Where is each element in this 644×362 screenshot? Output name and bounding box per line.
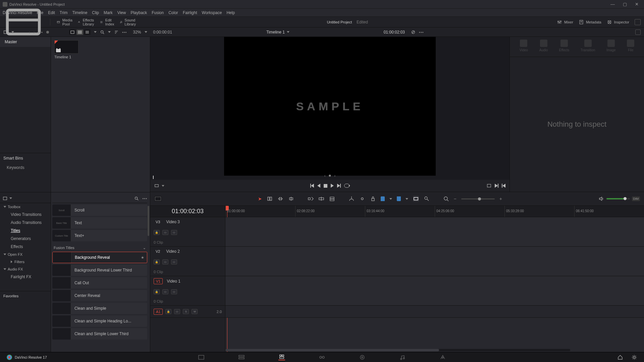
lock-track-icon[interactable]: 🔒 — [154, 289, 160, 294]
video-track-header[interactable]: V3Video 3 🔒▭▭ 0 Clip — [150, 217, 225, 247]
video-track-lane[interactable] — [225, 217, 644, 247]
auto-select-icon[interactable]: ▭ — [162, 230, 168, 235]
maximize-button[interactable]: ▢ — [623, 2, 627, 7]
cut-page-icon[interactable] — [238, 354, 245, 360]
audio-track-lane[interactable] — [225, 306, 644, 318]
audio-transitions-node[interactable]: Audio Transitions — [0, 219, 51, 227]
link-icon[interactable] — [359, 196, 365, 202]
effects-node[interactable]: Effects — [0, 243, 51, 251]
bypass-icon[interactable] — [411, 30, 416, 35]
selection-tool-icon[interactable]: ➤ — [258, 196, 262, 201]
overwrite-clip-icon[interactable] — [318, 196, 324, 202]
fairlight-page-icon[interactable] — [399, 354, 406, 360]
color-page-icon[interactable] — [359, 354, 366, 360]
scrollbar[interactable] — [148, 206, 149, 236]
inspector-tab-effects[interactable]: Effects — [559, 40, 569, 57]
title-item[interactable]: ScrollScroll — [52, 204, 147, 216]
dropdown-icon[interactable] — [11, 31, 14, 33]
last-frame-button[interactable] — [337, 184, 341, 188]
inspector-tab-transition[interactable]: Transition — [581, 40, 595, 57]
edit-index-button[interactable]: Edit Index — [100, 18, 116, 26]
metadata-view-icon[interactable] — [69, 29, 76, 35]
lock-track-icon[interactable]: 🔒 — [154, 259, 160, 264]
title-item[interactable]: Custom TitleText+ — [52, 230, 147, 241]
disable-track-icon[interactable]: ▭ — [171, 289, 177, 294]
video-track-header[interactable]: V2Video 2 🔒▭▭ 0 Clip — [150, 247, 225, 276]
fairlightfx-node[interactable]: Fairlight FX — [0, 273, 51, 281]
edit-page-icon[interactable] — [278, 354, 285, 360]
audiofx-node[interactable]: Audio FX — [0, 265, 51, 273]
media-pool-button[interactable]: Media Pool — [57, 18, 74, 26]
arm-record-icon[interactable]: ▭ — [174, 309, 180, 314]
fusion-title-item[interactable]: Clean and Simple Lower Third — [52, 328, 147, 340]
title-item[interactable]: Basic TitleText — [52, 217, 147, 229]
zoom-in-icon[interactable]: + — [499, 196, 502, 201]
inspector-tab-audio[interactable]: Audio — [539, 40, 548, 57]
minimize-button[interactable]: — — [610, 2, 615, 7]
video-track-lane[interactable] — [225, 276, 644, 306]
disable-track-icon[interactable]: ▭ — [171, 230, 177, 235]
favorite-star-icon[interactable]: ★ — [141, 255, 144, 260]
sound-library-button[interactable]: Sound Library — [119, 18, 138, 26]
volume-slider[interactable] — [606, 198, 630, 199]
solo-button[interactable]: S — [183, 309, 189, 314]
favorites-header[interactable]: Favorites — [0, 291, 51, 301]
video-transitions-node[interactable]: Video Transitions — [0, 210, 51, 219]
list-view-icon[interactable] — [84, 29, 91, 35]
zoom-dropdown-icon[interactable] — [145, 31, 147, 33]
inout-icon[interactable] — [154, 183, 159, 188]
options-dots-icon[interactable]: ••• — [122, 30, 127, 34]
timeline-dropdown-icon[interactable] — [287, 31, 289, 33]
openfx-node[interactable]: Open FX — [0, 251, 51, 258]
link-selection-icon[interactable] — [424, 196, 430, 202]
timeline-scrollbar[interactable] — [225, 349, 570, 351]
fusion-title-item[interactable]: Clean and Simple — [52, 303, 147, 314]
zoom-slider[interactable] — [461, 198, 495, 199]
search-icon[interactable] — [134, 196, 139, 201]
match-frame-icon[interactable] — [487, 183, 491, 188]
auto-select-icon[interactable]: ▭ — [162, 259, 168, 264]
fusion-title-item[interactable]: Clean and Simple Heading Lo... — [52, 315, 147, 327]
panel-icon[interactable] — [3, 196, 7, 201]
menu-workspace[interactable]: Workspace — [202, 10, 222, 15]
zoom-fit-icon[interactable] — [443, 196, 449, 202]
dim-button[interactable]: DIM — [632, 196, 640, 201]
trim-tool-icon[interactable] — [267, 196, 273, 202]
close-button[interactable]: ✕ — [635, 2, 639, 7]
viewer-screen[interactable]: SAMPLE — [224, 37, 436, 176]
in-dropdown-icon[interactable] — [162, 185, 164, 187]
blade-tool-icon[interactable] — [288, 196, 294, 202]
video-track-lane[interactable] — [225, 247, 644, 276]
go-end-button[interactable] — [495, 184, 498, 188]
list-options-icon[interactable]: ••• — [142, 196, 147, 200]
record-timecode[interactable]: 01:00:02:03 — [384, 30, 405, 35]
metadata-button[interactable]: Metadata — [579, 19, 601, 25]
flag-blue-icon[interactable] — [381, 196, 385, 201]
fullscreen-button[interactable] — [635, 19, 641, 25]
lock-icon[interactable] — [370, 196, 376, 202]
fusion-title-item[interactable]: Center Reveal — [52, 290, 147, 301]
keywords-bin[interactable]: Keywords — [0, 163, 51, 172]
settings-icon[interactable] — [631, 354, 637, 360]
layout-icon[interactable] — [3, 2, 43, 42]
auto-select-icon[interactable]: ▭ — [162, 289, 168, 294]
marker-blue-icon[interactable] — [397, 196, 401, 201]
view-dropdown-icon[interactable] — [94, 31, 97, 33]
go-start-button[interactable] — [502, 184, 505, 188]
zoom-out-icon[interactable]: − — [454, 196, 457, 201]
panel-dropdown-icon[interactable] — [9, 197, 12, 199]
menu-fusion[interactable]: Fusion — [152, 10, 164, 15]
search-dropdown-icon[interactable] — [108, 31, 111, 33]
play-reverse-button[interactable] — [317, 184, 320, 188]
generators-node[interactable]: Generators — [0, 235, 51, 243]
titles-node[interactable]: Titles — [0, 227, 51, 235]
thumbnail-view-icon[interactable] — [76, 29, 83, 35]
mixer-button[interactable]: Mixer — [557, 19, 573, 25]
inspector-tab-image[interactable]: Image — [606, 40, 616, 57]
timeline-ruler[interactable]: 01:00:00:0002:08:22:0003:16:44:0004:25:0… — [225, 206, 644, 217]
snapping-icon[interactable] — [413, 196, 419, 202]
track-id[interactable]: V3 — [154, 219, 162, 225]
smart-bins-header[interactable]: Smart Bins — [0, 153, 51, 163]
bin-view-icon[interactable] — [3, 30, 8, 35]
stop-button[interactable] — [324, 184, 327, 188]
